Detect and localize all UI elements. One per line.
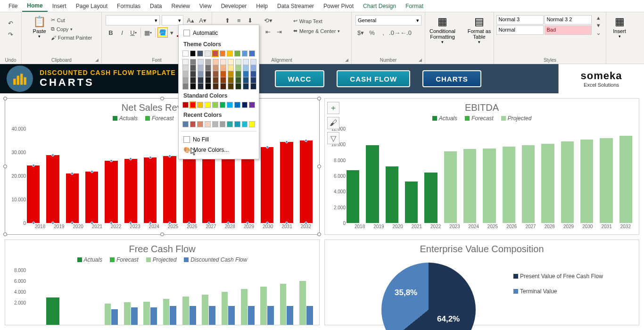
color-swatch[interactable]	[205, 83, 211, 90]
color-swatch[interactable]	[212, 102, 218, 108]
color-swatch[interactable]	[182, 71, 189, 77]
clipboard-dialog-launcher[interactable]: ◢	[95, 58, 100, 62]
style-normal32[interactable]: Normal 3 2	[545, 15, 592, 25]
color-swatch[interactable]	[205, 77, 211, 83]
wrap-text-button[interactable]: ↩Wrap Text	[292, 17, 341, 25]
color-swatch[interactable]	[227, 102, 233, 108]
color-swatch[interactable]	[190, 83, 196, 90]
comma-format-button[interactable]: ,	[378, 27, 388, 38]
color-swatch[interactable]	[227, 50, 233, 57]
color-swatch[interactable]	[213, 83, 219, 90]
color-swatch[interactable]	[243, 65, 249, 71]
tab-home[interactable]: Home	[22, 0, 47, 12]
color-swatch[interactable]	[234, 50, 240, 57]
increase-decimal-button[interactable]: .0→	[389, 27, 400, 38]
chart-enterprise-value[interactable]: Enterprise Value Composition 64,2% 35,8%…	[324, 239, 639, 325]
color-swatch[interactable]	[220, 102, 226, 108]
color-swatch[interactable]	[213, 65, 219, 71]
fill-color-dropdown[interactable]: ▾	[169, 27, 174, 38]
styles-scroll-down[interactable]: ▾	[594, 22, 604, 28]
color-swatch[interactable]	[213, 77, 219, 83]
color-swatch[interactable]	[249, 50, 255, 57]
color-swatch[interactable]	[190, 59, 196, 65]
percent-format-button[interactable]: %	[367, 27, 377, 38]
color-swatch[interactable]	[205, 59, 211, 65]
tab-file[interactable]: File	[4, 1, 22, 11]
chart-filters-button[interactable]: ▽	[327, 132, 339, 144]
styles-more[interactable]: ⌄	[594, 29, 604, 36]
style-normal[interactable]: Normal	[496, 25, 544, 35]
color-swatch[interactable]	[205, 102, 211, 108]
color-swatch[interactable]	[220, 65, 226, 71]
color-swatch[interactable]	[182, 121, 189, 127]
color-swatch[interactable]	[228, 59, 234, 65]
conditional-formatting-button[interactable]: ▦ Conditional Formatting▾	[424, 14, 462, 45]
color-swatch[interactable]	[190, 50, 196, 57]
chart-net-sales[interactable]: Net Sales Revenue ActualsForecastProject…	[5, 98, 320, 235]
tab-insert[interactable]: Insert	[48, 1, 71, 11]
merge-center-button[interactable]: ⬌Merge & Center▾	[292, 27, 341, 35]
color-swatch[interactable]	[220, 77, 226, 83]
cp-more-colors[interactable]: 🎨 More Colors...	[182, 145, 255, 155]
color-swatch[interactable]	[182, 77, 189, 83]
nav-cash-flow[interactable]: CASH FLOW	[337, 70, 410, 87]
borders-button[interactable]: ▦▾	[143, 27, 153, 38]
tab-help[interactable]: Help	[251, 1, 272, 11]
nav-charts[interactable]: CHARTS	[422, 70, 481, 87]
color-swatch[interactable]	[205, 65, 211, 71]
color-swatch[interactable]	[250, 71, 256, 77]
color-swatch[interactable]	[220, 59, 226, 65]
copy-button[interactable]: ⧉Copy▾	[50, 25, 93, 33]
align-middle-button[interactable]: ≡	[234, 15, 244, 25]
color-swatch[interactable]	[250, 77, 256, 83]
color-swatch[interactable]	[235, 59, 241, 65]
color-swatch[interactable]	[205, 121, 211, 127]
color-swatch[interactable]	[198, 59, 204, 65]
orientation-button[interactable]: ⟲▾	[263, 15, 273, 25]
color-swatch[interactable]	[182, 102, 189, 108]
color-swatch[interactable]	[242, 121, 248, 127]
color-swatch[interactable]	[197, 121, 203, 127]
tab-data[interactable]: Data	[145, 1, 166, 11]
color-swatch[interactable]	[213, 59, 219, 65]
color-swatch[interactable]	[182, 83, 189, 90]
alignment-dialog-launcher[interactable]: ◢	[345, 58, 350, 62]
color-swatch[interactable]	[198, 77, 204, 83]
italic-button[interactable]: I	[117, 27, 127, 38]
color-swatch[interactable]	[250, 65, 256, 71]
font-size-input[interactable]: ▾	[162, 15, 183, 25]
tab-formulas[interactable]: Formulas	[112, 1, 145, 11]
color-swatch[interactable]	[197, 102, 203, 108]
number-dialog-launcher[interactable]: ◢	[419, 58, 423, 62]
color-swatch[interactable]	[220, 71, 226, 77]
color-swatch[interactable]	[243, 77, 249, 83]
color-swatch[interactable]	[243, 59, 249, 65]
color-swatch[interactable]	[242, 50, 248, 57]
color-swatch[interactable]	[190, 65, 196, 71]
color-swatch[interactable]	[205, 71, 211, 77]
format-as-table-button[interactable]: ▤ Format as Table▾	[463, 14, 495, 45]
color-swatch[interactable]	[190, 121, 196, 127]
decrease-font-button[interactable]: A▾	[198, 15, 208, 25]
styles-scroll-up[interactable]: ▴	[594, 14, 604, 21]
cell-styles-gallery[interactable]: Normal 3 Normal 3 2 Normal Bad	[496, 15, 592, 35]
color-swatch[interactable]	[190, 102, 196, 108]
color-swatch[interactable]	[220, 121, 226, 127]
color-swatch[interactable]	[197, 50, 203, 57]
color-swatch[interactable]	[235, 77, 241, 83]
fill-color-button[interactable]: 🪣	[157, 27, 168, 38]
decrease-decimal-button[interactable]: ←.0	[401, 27, 411, 38]
tab-format[interactable]: Format	[401, 1, 428, 11]
color-swatch[interactable]	[228, 83, 234, 90]
color-swatch[interactable]	[182, 50, 189, 57]
tab-power-pivot[interactable]: Power Pivot	[319, 1, 358, 11]
style-normal3[interactable]: Normal 3	[496, 15, 544, 25]
tab-page-layout[interactable]: Page Layout	[71, 1, 112, 11]
format-painter-button[interactable]: 🖌Format Painter	[50, 34, 93, 41]
undo-button[interactable]: ↶	[6, 18, 16, 28]
color-swatch[interactable]	[235, 71, 241, 77]
color-swatch[interactable]	[182, 59, 189, 65]
tab-developer[interactable]: Developer	[216, 1, 252, 11]
color-swatch[interactable]	[182, 65, 189, 71]
bold-button[interactable]: B	[106, 27, 116, 38]
